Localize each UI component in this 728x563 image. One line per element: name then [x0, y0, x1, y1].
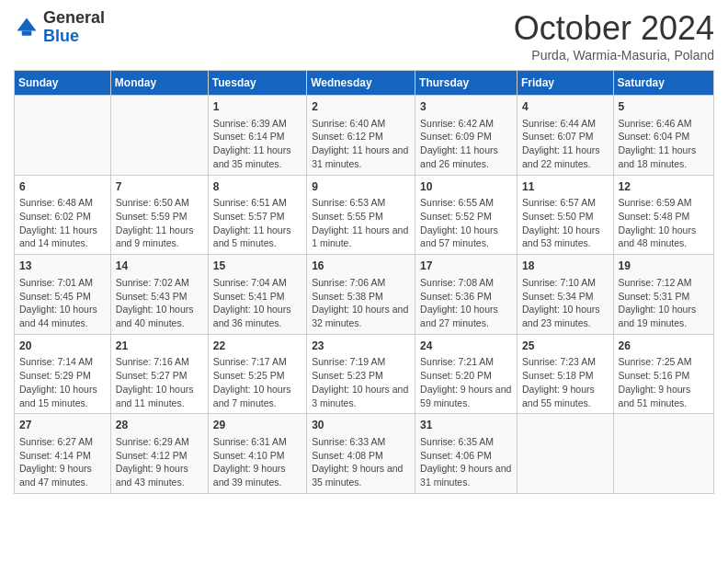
- calendar-cell: 4Sunrise: 6:44 AM Sunset: 6:07 PM Daylig…: [517, 96, 613, 176]
- svg-marker-0: [17, 17, 37, 30]
- day-info: Sunrise: 6:57 AM Sunset: 5:50 PM Dayligh…: [522, 196, 609, 250]
- title-block: October 2024 Purda, Warmia-Masuria, Pola…: [514, 9, 714, 63]
- day-info: Sunrise: 7:10 AM Sunset: 5:34 PM Dayligh…: [522, 276, 609, 330]
- day-info: Sunrise: 7:01 AM Sunset: 5:45 PM Dayligh…: [19, 276, 106, 330]
- day-number: 9: [312, 179, 410, 195]
- calendar-cell: 8Sunrise: 6:51 AM Sunset: 5:57 PM Daylig…: [208, 175, 306, 255]
- calendar-cell: 21Sunrise: 7:16 AM Sunset: 5:27 PM Dayli…: [110, 334, 208, 414]
- calendar-week-5: 27Sunrise: 6:27 AM Sunset: 4:14 PM Dayli…: [15, 414, 714, 494]
- day-number: 28: [116, 418, 203, 433]
- day-info: Sunrise: 6:39 AM Sunset: 6:14 PM Dayligh…: [213, 117, 301, 171]
- day-info: Sunrise: 7:04 AM Sunset: 5:41 PM Dayligh…: [213, 276, 301, 330]
- logo: General Blue: [14, 9, 105, 46]
- day-number: 24: [420, 339, 512, 354]
- day-number: 16: [312, 259, 410, 274]
- day-info: Sunrise: 6:55 AM Sunset: 5:52 PM Dayligh…: [420, 196, 512, 250]
- day-info: Sunrise: 6:27 AM Sunset: 4:14 PM Dayligh…: [19, 435, 106, 489]
- day-number: 31: [420, 418, 512, 433]
- calendar-cell: 24Sunrise: 7:21 AM Sunset: 5:20 PM Dayli…: [415, 334, 518, 414]
- day-info: Sunrise: 6:46 AM Sunset: 6:04 PM Dayligh…: [619, 117, 709, 171]
- calendar-cell: [517, 414, 613, 494]
- calendar-cell: 30Sunrise: 6:33 AM Sunset: 4:08 PM Dayli…: [307, 414, 415, 494]
- calendar-cell: 13Sunrise: 7:01 AM Sunset: 5:45 PM Dayli…: [15, 255, 111, 335]
- day-info: Sunrise: 6:35 AM Sunset: 4:06 PM Dayligh…: [420, 435, 512, 489]
- day-info: Sunrise: 6:51 AM Sunset: 5:57 PM Dayligh…: [213, 196, 301, 250]
- day-info: Sunrise: 6:29 AM Sunset: 4:12 PM Dayligh…: [116, 435, 203, 489]
- day-info: Sunrise: 6:50 AM Sunset: 5:59 PM Dayligh…: [116, 196, 203, 250]
- calendar-cell: 22Sunrise: 7:17 AM Sunset: 5:25 PM Dayli…: [208, 334, 306, 414]
- calendar-week-2: 6Sunrise: 6:48 AM Sunset: 6:02 PM Daylig…: [15, 175, 714, 255]
- day-number: 10: [420, 179, 512, 195]
- day-number: 27: [19, 418, 106, 433]
- calendar-week-1: 1Sunrise: 6:39 AM Sunset: 6:14 PM Daylig…: [15, 96, 714, 176]
- day-info: Sunrise: 7:02 AM Sunset: 5:43 PM Dayligh…: [116, 276, 203, 330]
- logo-text: General Blue: [43, 9, 105, 46]
- calendar-cell: 23Sunrise: 7:19 AM Sunset: 5:23 PM Dayli…: [307, 334, 415, 414]
- day-info: Sunrise: 6:31 AM Sunset: 4:10 PM Dayligh…: [213, 435, 301, 489]
- day-number: 13: [19, 259, 106, 274]
- col-header-saturday: Saturday: [613, 71, 713, 96]
- day-info: Sunrise: 6:33 AM Sunset: 4:08 PM Dayligh…: [312, 435, 410, 489]
- day-number: 5: [619, 99, 709, 115]
- calendar-cell: 11Sunrise: 6:57 AM Sunset: 5:50 PM Dayli…: [517, 175, 613, 255]
- day-number: 12: [619, 179, 709, 195]
- calendar-cell: [15, 96, 111, 176]
- col-header-tuesday: Tuesday: [208, 71, 306, 96]
- location: Purda, Warmia-Masuria, Poland: [514, 48, 714, 63]
- day-number: 20: [19, 339, 106, 354]
- calendar-cell: 29Sunrise: 6:31 AM Sunset: 4:10 PM Dayli…: [208, 414, 306, 494]
- calendar-cell: 28Sunrise: 6:29 AM Sunset: 4:12 PM Dayli…: [110, 414, 208, 494]
- calendar-cell: [613, 414, 713, 494]
- day-number: 23: [312, 339, 410, 354]
- month-title: October 2024: [514, 9, 714, 48]
- day-info: Sunrise: 6:59 AM Sunset: 5:48 PM Dayligh…: [619, 196, 709, 250]
- calendar-cell: 10Sunrise: 6:55 AM Sunset: 5:52 PM Dayli…: [415, 175, 518, 255]
- calendar-cell: 19Sunrise: 7:12 AM Sunset: 5:31 PM Dayli…: [613, 255, 713, 335]
- calendar-table: SundayMondayTuesdayWednesdayThursdayFrid…: [14, 70, 714, 494]
- day-info: Sunrise: 6:40 AM Sunset: 6:12 PM Dayligh…: [312, 117, 410, 171]
- calendar-cell: 27Sunrise: 6:27 AM Sunset: 4:14 PM Dayli…: [15, 414, 111, 494]
- day-number: 22: [213, 339, 301, 354]
- day-info: Sunrise: 6:42 AM Sunset: 6:09 PM Dayligh…: [420, 117, 512, 171]
- day-info: Sunrise: 7:19 AM Sunset: 5:23 PM Dayligh…: [312, 355, 410, 409]
- calendar-cell: 1Sunrise: 6:39 AM Sunset: 6:14 PM Daylig…: [208, 96, 306, 176]
- calendar-cell: 12Sunrise: 6:59 AM Sunset: 5:48 PM Dayli…: [613, 175, 713, 255]
- day-number: 26: [619, 339, 709, 354]
- col-header-sunday: Sunday: [15, 71, 111, 96]
- calendar-cell: 14Sunrise: 7:02 AM Sunset: 5:43 PM Dayli…: [110, 255, 208, 335]
- day-info: Sunrise: 7:21 AM Sunset: 5:20 PM Dayligh…: [420, 355, 512, 409]
- col-header-monday: Monday: [110, 71, 208, 96]
- day-number: 11: [522, 179, 609, 195]
- day-info: Sunrise: 7:06 AM Sunset: 5:38 PM Dayligh…: [312, 276, 410, 330]
- calendar-cell: 9Sunrise: 6:53 AM Sunset: 5:55 PM Daylig…: [307, 175, 415, 255]
- day-number: 29: [213, 418, 301, 433]
- calendar-cell: 26Sunrise: 7:25 AM Sunset: 5:16 PM Dayli…: [613, 334, 713, 414]
- day-info: Sunrise: 7:14 AM Sunset: 5:29 PM Dayligh…: [19, 355, 106, 409]
- calendar-cell: 15Sunrise: 7:04 AM Sunset: 5:41 PM Dayli…: [208, 255, 306, 335]
- calendar-week-3: 13Sunrise: 7:01 AM Sunset: 5:45 PM Dayli…: [15, 255, 714, 335]
- calendar-cell: 7Sunrise: 6:50 AM Sunset: 5:59 PM Daylig…: [110, 175, 208, 255]
- svg-rect-1: [22, 30, 32, 35]
- day-number: 14: [116, 259, 203, 274]
- day-info: Sunrise: 6:44 AM Sunset: 6:07 PM Dayligh…: [522, 117, 609, 171]
- day-info: Sunrise: 7:25 AM Sunset: 5:16 PM Dayligh…: [619, 355, 709, 409]
- day-number: 19: [619, 259, 709, 274]
- calendar-cell: 16Sunrise: 7:06 AM Sunset: 5:38 PM Dayli…: [307, 255, 415, 335]
- day-info: Sunrise: 6:53 AM Sunset: 5:55 PM Dayligh…: [312, 196, 410, 250]
- col-header-wednesday: Wednesday: [307, 71, 415, 96]
- calendar-cell: 18Sunrise: 7:10 AM Sunset: 5:34 PM Dayli…: [517, 255, 613, 335]
- day-number: 15: [213, 259, 301, 274]
- calendar-cell: 3Sunrise: 6:42 AM Sunset: 6:09 PM Daylig…: [415, 96, 518, 176]
- day-number: 30: [312, 418, 410, 433]
- day-number: 6: [19, 179, 106, 195]
- calendar-week-4: 20Sunrise: 7:14 AM Sunset: 5:29 PM Dayli…: [15, 334, 714, 414]
- calendar-cell: 5Sunrise: 6:46 AM Sunset: 6:04 PM Daylig…: [613, 96, 713, 176]
- calendar-cell: 17Sunrise: 7:08 AM Sunset: 5:36 PM Dayli…: [415, 255, 518, 335]
- day-number: 8: [213, 179, 301, 195]
- calendar-cell: 6Sunrise: 6:48 AM Sunset: 6:02 PM Daylig…: [15, 175, 111, 255]
- calendar-cell: 25Sunrise: 7:23 AM Sunset: 5:18 PM Dayli…: [517, 334, 613, 414]
- day-number: 25: [522, 339, 609, 354]
- day-info: Sunrise: 6:48 AM Sunset: 6:02 PM Dayligh…: [19, 196, 106, 250]
- day-info: Sunrise: 7:23 AM Sunset: 5:18 PM Dayligh…: [522, 355, 609, 409]
- calendar-cell: 20Sunrise: 7:14 AM Sunset: 5:29 PM Dayli…: [15, 334, 111, 414]
